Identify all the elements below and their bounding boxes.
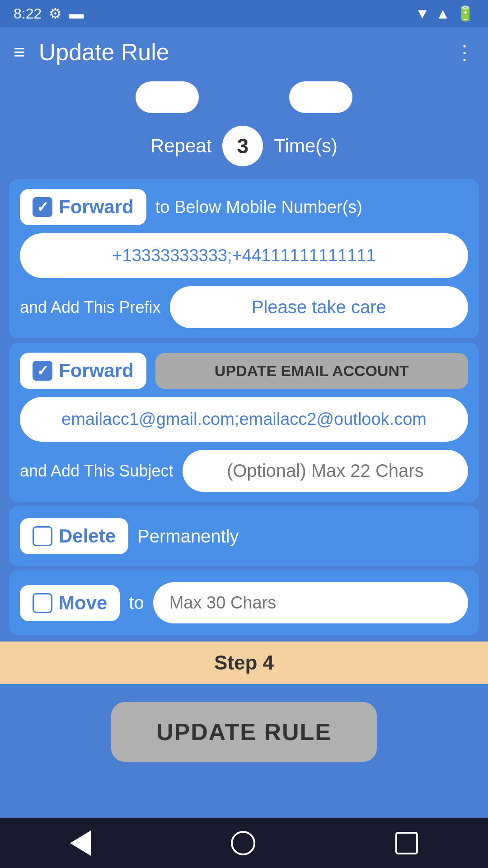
wifi-icon: ▼ [415,5,430,22]
battery-icon: 🔋 [456,5,474,22]
update-rule-section: UPDATE RULE [0,684,488,780]
time-display: 8:22 [14,5,42,22]
top-right-button[interactable] [289,81,352,113]
email-forward-row: Forward UPDATE EMAIL ACCOUNT [20,353,468,389]
step4-label: Step 4 [214,651,274,674]
subject-input[interactable] [183,450,468,492]
update-rule-button[interactable]: UPDATE RULE [111,702,377,762]
status-right: ▼ ▲ 🔋 [415,5,474,22]
permanently-text: Permanently [137,526,239,547]
phone-numbers-input[interactable] [20,233,468,278]
app-title: Update Rule [39,38,455,66]
top-left-button[interactable] [136,81,199,113]
home-icon [231,831,255,855]
more-options-icon[interactable]: ⋮ [455,41,474,64]
move-to-label: to [129,593,144,613]
times-label: Time(s) [274,135,338,157]
prefix-input[interactable] [170,286,468,328]
recents-icon [395,832,418,854]
forward-email-checkbox-btn[interactable]: Forward [20,353,146,389]
forward-email-label: Forward [59,360,134,382]
prefix-label: and Add This Prefix [20,298,161,317]
forward-sms-checkbox-btn[interactable]: Forward [20,189,146,225]
subject-row: and Add This Subject [20,450,468,492]
prefix-row: and Add This Prefix [20,286,468,328]
move-checkbox-icon [33,593,52,613]
move-label: Move [59,592,107,614]
forward-sms-checkbox-icon [33,197,52,217]
repeat-label: Repeat [150,135,211,157]
main-content: Forward to Below Mobile Number(s) and Ad… [0,179,488,635]
nav-back-button[interactable] [70,830,91,856]
subject-label: and Add This Subject [20,462,174,481]
delete-label: Delete [59,525,116,547]
back-icon [70,830,91,856]
repeat-count-badge: 3 [222,126,263,166]
move-destination-input[interactable] [153,582,468,623]
top-buttons-row [0,77,488,118]
repeat-section: Repeat 3 Time(s) [0,118,488,175]
move-section: Move to [9,571,479,635]
update-email-account-button[interactable]: UPDATE EMAIL ACCOUNT [155,353,468,389]
clipboard-icon: ▬ [69,5,84,22]
signal-icon: ▲ [436,5,450,22]
forward-email-checkbox-icon [33,361,52,381]
app-bar: ≡ Update Rule ⋮ [0,27,488,77]
forward-sms-section: Forward to Below Mobile Number(s) and Ad… [9,179,479,338]
forward-sms-row: Forward to Below Mobile Number(s) [20,189,468,225]
repeat-count-value: 3 [237,134,249,158]
nav-recents-button[interactable] [395,832,418,854]
delete-checkbox-btn[interactable]: Delete [20,518,128,554]
status-bar: 8:22 ⚙ ▬ ▼ ▲ 🔋 [0,0,488,27]
status-left: 8:22 ⚙ ▬ [14,5,84,22]
hamburger-menu-icon[interactable]: ≡ [14,41,25,63]
forward-sms-text: to Below Mobile Number(s) [155,198,362,217]
forward-sms-label: Forward [59,196,134,218]
settings-icon: ⚙ [49,5,62,22]
move-checkbox-btn[interactable]: Move [20,585,120,621]
delete-checkbox-icon [33,526,52,546]
step4-bar: Step 4 [0,642,488,684]
email-addresses-input[interactable] [20,397,468,442]
navigation-bar [0,818,488,868]
nav-home-button[interactable] [231,831,255,855]
delete-section: Delete Permanently [9,506,479,566]
forward-email-section: Forward UPDATE EMAIL ACCOUNT and Add Thi… [9,343,479,502]
